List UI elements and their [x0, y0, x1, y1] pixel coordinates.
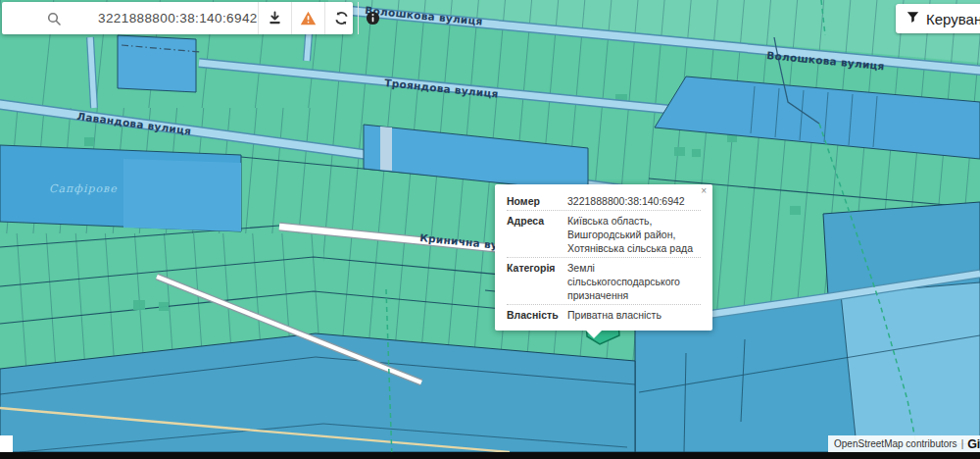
popup-field-label: Адреса — [507, 214, 567, 255]
popup-field-label: Категорія — [507, 261, 567, 302]
attribution-separator: | — [961, 438, 964, 449]
github-logo[interactable]: GitHub — [967, 437, 980, 451]
popup-tail — [585, 330, 603, 338]
manage-button-label: Керування — [926, 11, 980, 27]
search-icon — [47, 12, 61, 26]
popup-row-address: Адреса Київська область, Вишгородський р… — [507, 210, 701, 257]
refresh-icon[interactable] — [324, 2, 358, 34]
filter-funnel-icon — [906, 10, 919, 27]
popup-row-number: Номер 3221888800:38:140:6942 — [507, 191, 701, 210]
popup-row-ownership: Власність Приватна власність — [507, 304, 701, 324]
bottom-black-bar — [0, 452, 980, 459]
search-bar: 3221888800:38:140:6942 — [2, 2, 353, 34]
popup-field-value: Землі сільськогосподарського призначення — [567, 261, 701, 302]
popup-field-label: Номер — [507, 194, 567, 208]
search-input[interactable]: 3221888800:38:140:6942 — [98, 11, 258, 26]
blue-parcel — [118, 35, 196, 92]
warning-icon[interactable] — [291, 2, 324, 34]
attribution-bar: OpenStreetMap contributors | GitHub — [828, 435, 980, 452]
lake-sapfirove — [0, 145, 241, 231]
popup-close-button[interactable]: × — [701, 186, 707, 196]
popup-field-value: Приватна власність — [567, 308, 701, 322]
toolbar — [258, 2, 388, 34]
popup-field-label: Власність — [507, 308, 567, 322]
lake-label: Сапфірове — [49, 182, 118, 195]
download-icon[interactable] — [258, 2, 291, 34]
popup-field-value: Київська область, Вишгородський район, Х… — [567, 214, 701, 255]
info-icon[interactable] — [358, 2, 388, 34]
app-window: Волошкова вулиця Трояндова вулиця Лаванд… — [0, 0, 980, 459]
popup-row-category: Категорія Землі сільськогосподарського п… — [507, 257, 701, 304]
manage-button[interactable]: Керування — [896, 4, 980, 33]
map-canvas[interactable]: Волошкова вулиця Трояндова вулиця Лаванд… — [0, 0, 980, 459]
osm-attribution-link[interactable]: OpenStreetMap contributors — [834, 438, 957, 449]
map-control-fragment — [0, 435, 13, 452]
parcel-info-popup: × Номер 3221888800:38:140:6942 Адреса Ки… — [495, 184, 712, 331]
popup-field-value: 3221888800:38:140:6942 — [567, 194, 701, 208]
